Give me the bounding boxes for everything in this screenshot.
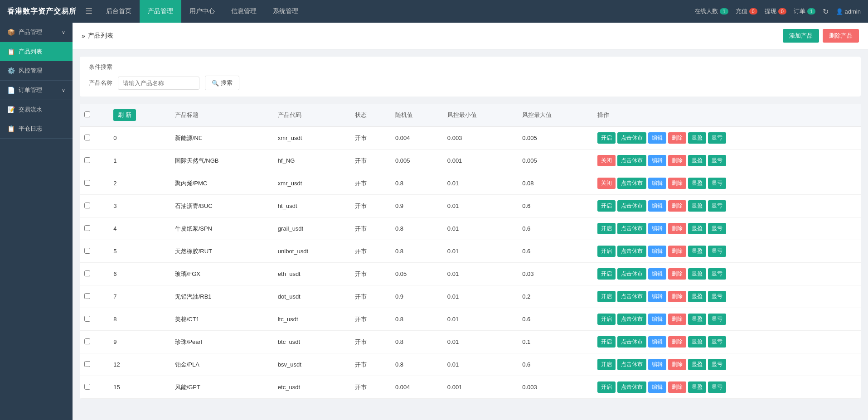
row-select-checkbox[interactable] — [84, 157, 90, 163]
sidebar-item-order-management[interactable]: 📄 订单管理 ∨ — [0, 81, 73, 100]
show-long-button[interactable]: 显盈 — [688, 381, 706, 393]
edit-button[interactable]: 编辑 — [648, 359, 666, 370]
show-short-button[interactable]: 显亏 — [708, 246, 726, 257]
row-select-checkbox[interactable] — [84, 180, 90, 186]
row-select-checkbox[interactable] — [84, 270, 90, 276]
refresh-icon[interactable]: ↻ — [823, 7, 829, 16]
show-long-button[interactable]: 显盈 — [688, 336, 706, 348]
show-long-button[interactable]: 显盈 — [688, 268, 706, 280]
show-short-button[interactable]: 显亏 — [708, 359, 726, 370]
delete-button[interactable]: 删除 — [668, 336, 686, 348]
online-count[interactable]: 在线人数 1 — [694, 7, 728, 15]
edit-button[interactable]: 编辑 — [648, 314, 666, 325]
delete-button[interactable]: 删除 — [668, 314, 686, 325]
suspend-button[interactable]: 点击休市 — [617, 178, 646, 189]
suspend-button[interactable]: 点击休市 — [617, 246, 646, 257]
edit-button[interactable]: 编辑 — [648, 223, 666, 234]
sidebar-item-trade-flow[interactable]: 📝 交易流水 — [0, 100, 73, 119]
edit-button[interactable]: 编辑 — [648, 291, 666, 302]
edit-button[interactable]: 编辑 — [648, 268, 666, 280]
suspend-button[interactable]: 点击休市 — [617, 381, 646, 393]
nav-item-home[interactable]: 后台首页 — [98, 0, 140, 23]
select-all-checkbox[interactable] — [84, 111, 90, 117]
show-short-button[interactable]: 显亏 — [708, 314, 726, 325]
open-close-button[interactable]: 开启 — [597, 291, 616, 302]
delete-button[interactable]: 删除 — [668, 381, 686, 393]
open-close-button[interactable]: 开启 — [597, 132, 616, 144]
delete-button[interactable]: 删除 — [668, 268, 686, 280]
row-select-checkbox[interactable] — [84, 361, 90, 367]
suspend-button[interactable]: 点击休市 — [617, 359, 646, 370]
row-select-checkbox[interactable] — [84, 293, 90, 299]
suspend-button[interactable]: 点击休市 — [617, 200, 646, 212]
show-long-button[interactable]: 显盈 — [688, 155, 706, 166]
nav-item-users[interactable]: 用户中心 — [181, 0, 223, 23]
show-short-button[interactable]: 显亏 — [708, 268, 726, 280]
sidebar-item-close-log[interactable]: 📋 平仓日志 — [0, 119, 73, 138]
show-short-button[interactable]: 显亏 — [708, 132, 726, 144]
suspend-button[interactable]: 点击休市 — [617, 223, 646, 234]
search-button[interactable]: 🔍 搜索 — [205, 76, 239, 90]
delete-button[interactable]: 删除 — [668, 178, 686, 189]
show-long-button[interactable]: 显盈 — [688, 200, 706, 212]
show-long-button[interactable]: 显盈 — [688, 359, 706, 370]
show-long-button[interactable]: 显盈 — [688, 223, 706, 234]
show-long-button[interactable]: 显盈 — [688, 314, 706, 325]
show-short-button[interactable]: 显亏 — [708, 336, 726, 348]
row-select-checkbox[interactable] — [84, 338, 90, 344]
admin-label[interactable]: 👤 admin — [836, 8, 861, 15]
open-close-button[interactable]: 开启 — [597, 223, 616, 234]
nav-item-info[interactable]: 信息管理 — [223, 0, 265, 23]
open-close-button[interactable]: 开启 — [597, 200, 616, 212]
open-close-button[interactable]: 开启 — [597, 359, 616, 370]
delete-product-button[interactable]: 删除产品 — [823, 29, 859, 43]
edit-button[interactable]: 编辑 — [648, 155, 666, 166]
edit-button[interactable]: 编辑 — [648, 132, 666, 144]
recharge-count[interactable]: 充值 0 — [736, 7, 757, 15]
show-short-button[interactable]: 显亏 — [708, 381, 726, 393]
edit-button[interactable]: 编辑 — [648, 381, 666, 393]
suspend-button[interactable]: 点击休市 — [617, 314, 646, 325]
row-select-checkbox[interactable] — [84, 316, 90, 322]
delete-button[interactable]: 删除 — [668, 291, 686, 302]
add-product-button[interactable]: 添加产品 — [783, 29, 819, 43]
edit-button[interactable]: 编辑 — [648, 336, 666, 348]
delete-button[interactable]: 删除 — [668, 132, 686, 144]
delete-button[interactable]: 删除 — [668, 246, 686, 257]
show-long-button[interactable]: 显盈 — [688, 178, 706, 189]
open-close-button[interactable]: 关闭 — [597, 178, 616, 189]
suspend-button[interactable]: 点击休市 — [617, 155, 646, 166]
edit-button[interactable]: 编辑 — [648, 246, 666, 257]
open-close-button[interactable]: 开启 — [597, 268, 616, 280]
withdraw-count[interactable]: 提现 0 — [765, 7, 786, 15]
show-long-button[interactable]: 显盈 — [688, 246, 706, 257]
delete-button[interactable]: 删除 — [668, 223, 686, 234]
suspend-button[interactable]: 点击休市 — [617, 132, 646, 144]
open-close-button[interactable]: 开启 — [597, 336, 616, 348]
show-short-button[interactable]: 显亏 — [708, 291, 726, 302]
menu-icon[interactable]: ☰ — [85, 6, 92, 16]
delete-button[interactable]: 删除 — [668, 359, 686, 370]
open-close-button[interactable]: 关闭 — [597, 155, 616, 166]
open-close-button[interactable]: 开启 — [597, 246, 616, 257]
show-long-button[interactable]: 显盈 — [688, 132, 706, 144]
show-short-button[interactable]: 显亏 — [708, 178, 726, 189]
suspend-button[interactable]: 点击休市 — [617, 291, 646, 302]
row-select-checkbox[interactable] — [84, 248, 90, 254]
sidebar-item-product-list[interactable]: 📋 产品列表 — [0, 42, 73, 61]
row-select-checkbox[interactable] — [84, 203, 90, 208]
row-select-checkbox[interactable] — [84, 384, 90, 390]
delete-button[interactable]: 删除 — [668, 200, 686, 212]
show-short-button[interactable]: 显亏 — [708, 155, 726, 166]
sidebar-item-product-management[interactable]: 📦 产品管理 ∨ — [0, 23, 73, 42]
edit-button[interactable]: 编辑 — [648, 200, 666, 212]
sidebar-item-risk-control[interactable]: ⚙️ 风控管理 — [0, 61, 73, 80]
row-select-checkbox[interactable] — [84, 135, 90, 140]
suspend-button[interactable]: 点击休市 — [617, 268, 646, 280]
open-close-button[interactable]: 开启 — [597, 381, 616, 393]
search-input[interactable] — [118, 77, 199, 90]
order-count[interactable]: 订单 1 — [794, 7, 815, 15]
open-close-button[interactable]: 开启 — [597, 314, 616, 325]
show-long-button[interactable]: 显盈 — [688, 291, 706, 302]
suspend-button[interactable]: 点击休市 — [617, 336, 646, 348]
